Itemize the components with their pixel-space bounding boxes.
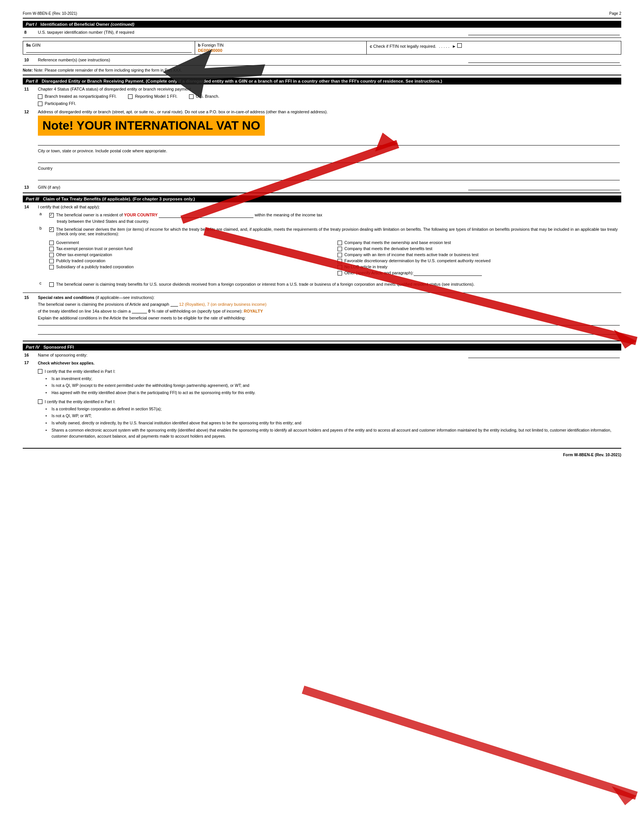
form-name-header: Form W-8BEN-E (Rev. 10-2021) — [23, 11, 77, 16]
item17-opt1-bullet2: • Is not a QI, WP (except to the extent … — [45, 383, 620, 389]
item14a-checkbox-row: The beneficial owner is a resident of YO… — [49, 213, 322, 218]
item17-opt2-bullet4: • Shares a common electronic account sys… — [45, 427, 620, 440]
item11-text: Chapter 4 Status (FATCA status) of disre… — [38, 87, 620, 91]
item11-cb3[interactable] — [189, 94, 194, 99]
page-number: Page 2 — [609, 11, 621, 16]
divider-part1-part2 — [23, 74, 621, 75]
item14b-col1-cb3[interactable] — [49, 253, 54, 257]
item17-label: Check whichever box applies. — [38, 360, 620, 367]
item14b-col1-cb4[interactable] — [49, 259, 54, 263]
item9b-label: Foreign TIN — [202, 43, 223, 47]
item17-opt1-bullet1: • Is an investment entity; — [45, 376, 620, 382]
item17-opt1-row: I certify that the entity identified in … — [38, 369, 620, 375]
item14c-checkbox-row: The beneficial owner is claiming treaty … — [49, 282, 475, 287]
item14b-col1-opt4: Publicly traded corporation — [49, 259, 330, 263]
item15-rate-underline[interactable] — [132, 308, 147, 314]
item14b-col1-label4: Publicly traded corporation — [56, 259, 105, 263]
item15-explain-field1[interactable] — [38, 320, 620, 325]
item10-row: 10 Reference number(s) (see instructions… — [23, 58, 621, 63]
item11-opt3-text: U.S. Branch. — [196, 94, 220, 99]
item12-country-field[interactable] — [38, 173, 620, 180]
item17-opt1-checkbox[interactable] — [38, 369, 42, 373]
item11-cb2[interactable] — [128, 94, 132, 99]
item14b-col2-cb2[interactable] — [337, 247, 342, 251]
part3-title: Claim of Tax Treaty Benefits — [43, 197, 101, 201]
item11-opt1: Branch treated as nonparticipating FFI. — [38, 94, 117, 99]
item14c-checkbox[interactable] — [49, 282, 54, 287]
item14c-row: c The beneficial owner is claiming treat… — [38, 281, 620, 288]
item14b-col2-label5: No LOB article in treaty — [344, 265, 387, 269]
item15-row: 15 Special rates and conditions (if appl… — [23, 295, 621, 335]
item17-opt2-checkbox[interactable] — [38, 399, 42, 404]
item14b-col2-opt2: Company that meets the derivative benefi… — [337, 246, 618, 251]
part4-label: Part IV — [26, 345, 39, 349]
item14b-other-field[interactable] — [414, 270, 482, 276]
item12-city-label: City or town, state or province. Include… — [38, 149, 620, 153]
part2-title: Disregarded Entity or Branch Receiving P… — [42, 79, 145, 83]
item10-field[interactable] — [468, 58, 620, 63]
item14a-country-underline[interactable] — [159, 213, 253, 218]
item17-opt2-row: I certify that the entity identified in … — [38, 399, 620, 405]
item14b-checkbox-row: The beneficial owner derives the item (o… — [49, 227, 618, 236]
item14a-content: The beneficial owner is a resident of YO… — [49, 212, 322, 223]
item17-opt1-bullet3: • Has agreed with the entity identified … — [45, 390, 620, 396]
item11-opt4-text: Participating FFI. — [45, 101, 76, 106]
footer-form-name: Form W-8BEN-E (Rev. 10-2021) — [563, 453, 621, 457]
item15-explain-text: Explain the additional conditions in the… — [38, 316, 246, 320]
item14b-col2-label1: Company that meets the ownership and bas… — [344, 240, 451, 245]
divider-10-note — [23, 65, 621, 66]
item14b-content: The beneficial owner derives the item (o… — [49, 226, 618, 278]
item14b-col2-cb5[interactable] — [337, 265, 342, 270]
item14b-col1: Government Tax-exempt pension trust or p… — [49, 239, 330, 277]
item12-address-field[interactable] — [38, 138, 620, 145]
item8-tin-field[interactable] — [468, 30, 620, 35]
item14b-col1-cb1[interactable] — [49, 241, 54, 245]
item13-giin-field[interactable] — [468, 185, 620, 190]
item14b-checkbox[interactable] — [49, 227, 54, 232]
item14b-col1-label1: Government — [56, 240, 79, 245]
item9a-giin-field[interactable] — [26, 47, 192, 53]
item14b-col2-cb4[interactable] — [337, 259, 342, 263]
item11-cb4[interactable] — [38, 102, 42, 106]
item14b-col1-label3: Other tax-exempt organization — [56, 252, 112, 257]
item10-num: 10 — [24, 58, 38, 62]
item14b-col2-cb6[interactable] — [337, 271, 342, 275]
item9c-checkbox[interactable] — [457, 43, 462, 48]
item16-text: Name of sponsoring entity: — [38, 353, 468, 357]
part4-title: Sponsored FFI — [43, 345, 74, 349]
item14b-col2-label3: Company with an item of income that meet… — [344, 252, 478, 257]
item14b-col1-cb5[interactable] — [49, 265, 54, 270]
item13-row: 13 GIIN (if any) — [23, 185, 621, 190]
item14b-col1-cb2[interactable] — [49, 247, 54, 251]
part3-title-area: Claim of Tax Treaty Benefits (if applica… — [43, 197, 195, 201]
part3-suffix: (if applicable). (For chapter 3 purposes… — [102, 197, 195, 201]
part2-header: Part II Disregarded Entity or Branch Rec… — [23, 78, 621, 84]
item15-article-field[interactable] — [171, 301, 178, 307]
item15-explain-field2[interactable] — [38, 329, 620, 335]
item17-opt2-bullet1-text: Is a controlled foreign corporation as d… — [52, 406, 162, 412]
item14-row: 14 I certify that (check all that apply)… — [23, 205, 621, 290]
item11-cb1[interactable] — [38, 94, 42, 99]
item15-label-suffix: (if applicable—see instructions): — [95, 295, 155, 300]
item17-opt2-bullet4-text: Shares a common electronic account syste… — [52, 427, 620, 440]
item16-name-field[interactable] — [468, 353, 620, 358]
item14b-col2-opt4: Favorable discretionary determination by… — [337, 259, 618, 263]
item17-opt1-bullets: • Is an investment entity; • Is not a QI… — [45, 376, 620, 396]
item12-city-field[interactable] — [38, 155, 620, 163]
part1-header: Part I Identification of Beneficial Owne… — [23, 21, 621, 27]
item14b-col2-opt6: Other (specify Article and paragraph): — [337, 270, 618, 276]
item15-explain: Explain the additional conditions in the… — [38, 316, 620, 320]
item17-row: 17 Check whichever box applies. I certif… — [23, 360, 621, 440]
divider-part2-part3 — [23, 192, 621, 193]
item15-income-type: ROYALTY — [244, 309, 263, 314]
item11-opt2: Reporting Model 1 FFI. — [128, 94, 178, 99]
part1-title: Identification of Beneficial Owner (cont… — [40, 22, 134, 26]
item14b-col2-cb3[interactable] — [337, 253, 342, 257]
item9c-label-c: c — [370, 44, 372, 48]
item13-text: GIIN (if any) — [38, 185, 468, 189]
item17-opt2-bullets: • Is a controlled foreign corporation as… — [45, 406, 620, 440]
orange-note-banner: Note! YOUR INTERNATIONAL VAT NO — [38, 116, 265, 136]
item11-opt4: Participating FFI. — [38, 101, 620, 106]
item14b-col2-cb1[interactable] — [337, 241, 342, 245]
item14a-checkbox[interactable] — [49, 213, 54, 218]
